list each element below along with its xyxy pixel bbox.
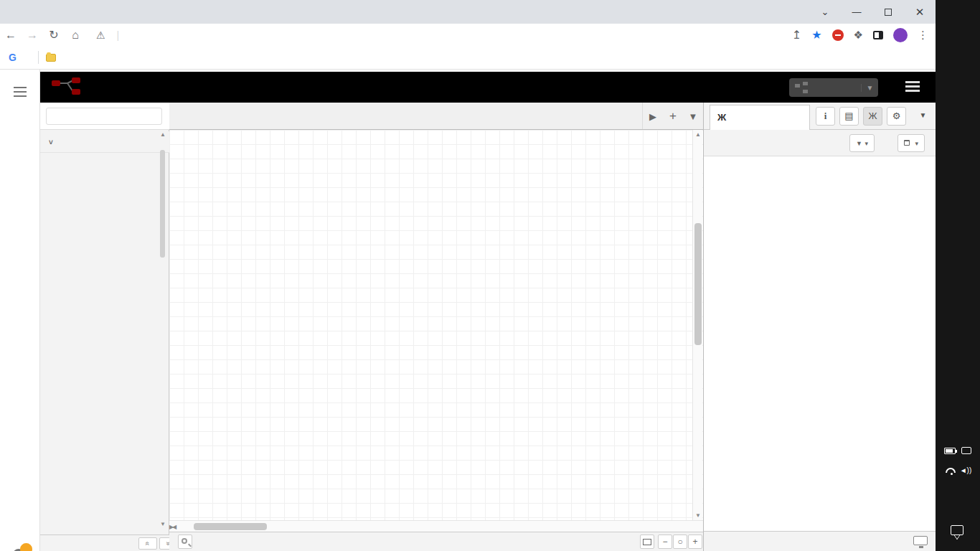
collapse-all-button[interactable]: « — [138, 537, 157, 550]
funnel-icon: ▼ — [856, 140, 862, 147]
scroll-up-icon[interactable]: ▲ — [160, 131, 166, 138]
browser-menu-icon[interactable]: ⋮ — [918, 29, 928, 42]
home-icon[interactable]: ⌂ — [65, 29, 86, 42]
windows-taskbar: ◄)) — [936, 0, 980, 551]
palette-list: ˅ ▲ ▼ — [40, 130, 169, 534]
back-icon[interactable]: ← — [0, 29, 22, 42]
nodered-app: ▼ ˅ ▲ ▼ « » — [40, 70, 936, 551]
palette-scrollbar[interactable]: ▲ ▼ — [160, 133, 165, 526]
scroll-right-icon[interactable]: ▶ — [169, 524, 680, 530]
flow-tab-bar: ▶ + ▼ — [169, 103, 703, 130]
restore-icon — [885, 9, 892, 16]
other-bookmarks-folder[interactable] — [46, 54, 60, 62]
browser-toolbar: ← → ↻ ⌂ ⚠ | ↥ ★ ❖ ⋮ — [0, 24, 936, 46]
bookmark-star-icon[interactable]: ★ — [811, 28, 821, 42]
restore-button[interactable] — [872, 0, 904, 24]
reload-icon[interactable]: ↻ — [43, 28, 65, 42]
deploy-button[interactable]: ▼ — [789, 78, 878, 97]
canvas-horizontal-scrollbar[interactable]: ◀ ▶ — [169, 520, 703, 532]
minimize-button[interactable]: — — [841, 0, 872, 24]
onetab-extension-icon[interactable] — [832, 29, 844, 41]
scroll-down-icon[interactable]: ▼ — [695, 512, 701, 519]
sidebar-menu-icon[interactable] — [14, 87, 27, 88]
scroll-down-icon[interactable]: ▼ — [160, 521, 166, 527]
scroll-tabs-right-icon[interactable]: ▶ — [643, 111, 663, 122]
debug-clear-button[interactable]: ▾ — [897, 134, 925, 152]
close-button[interactable]: ✕ — [904, 0, 936, 24]
nodered-logo — [50, 77, 83, 98]
toolbar-right: ↥ ★ ❖ ⋮ — [792, 28, 928, 42]
forward-icon[interactable]: → — [22, 29, 43, 42]
workspace: ▶ + ▼ ▲ ▼ ◀ ▶ − — [169, 103, 703, 551]
flow-canvas[interactable] — [169, 130, 703, 520]
trash-icon — [904, 140, 910, 146]
bookmarks-bar: G — [0, 46, 936, 70]
nodered-header: ▼ — [40, 72, 936, 103]
navigator-button[interactable] — [640, 534, 654, 549]
deploy-icon — [795, 83, 809, 93]
scrollbar-thumb[interactable] — [160, 150, 165, 258]
canvas-footer: − ○ + — [169, 532, 703, 551]
scroll-up-icon[interactable]: ▲ — [695, 131, 701, 138]
address-bar[interactable]: ⚠ | — [96, 29, 792, 41]
sidebar-toggle-icon[interactable] — [873, 31, 883, 39]
google-bookmark-icon[interactable]: G — [9, 52, 17, 63]
flow-tab-controls: ▶ + ▼ — [642, 103, 703, 130]
profile-avatar[interactable] — [893, 28, 908, 42]
help-tab-button[interactable]: ▤ — [839, 107, 859, 126]
new-tab-button[interactable] — [0, 4, 19, 22]
filter-nodes-input[interactable] — [46, 108, 162, 125]
deploy-options-caret[interactable]: ▼ — [861, 84, 878, 92]
palette: ˅ ▲ ▼ « » — [40, 103, 169, 551]
debug-tab[interactable]: Ж — [710, 105, 810, 131]
search-flows-button[interactable] — [178, 534, 192, 549]
debug-tab-button[interactable]: Ж — [863, 107, 882, 126]
scrollbar-thumb[interactable] — [694, 223, 702, 345]
config-nodes-button[interactable]: ⚙ — [887, 107, 906, 126]
debug-footer — [704, 531, 936, 551]
add-flow-button[interactable]: + — [663, 109, 683, 123]
chevron-down-icon: ˅ — [49, 138, 53, 146]
tab-search-chevron[interactable]: ⌄ — [809, 0, 841, 24]
debug-filter-button[interactable]: ▼ ▾ — [849, 134, 875, 152]
extensions-puzzle-icon[interactable]: ❖ — [854, 29, 863, 42]
zoom-reset-button[interactable]: ○ — [673, 534, 687, 549]
canvas-vertical-scrollbar[interactable]: ▲ ▼ — [692, 130, 702, 520]
volume-icon[interactable]: ◄)) — [960, 466, 972, 474]
notification-badge — [20, 543, 32, 551]
nodered-menu-icon[interactable] — [905, 81, 920, 83]
sidebar-header: Ж i ▤ Ж ⚙ ▼ — [704, 103, 936, 130]
home-assistant-sidebar — [0, 70, 40, 551]
open-debug-window-icon[interactable] — [913, 536, 928, 545]
display-icon[interactable] — [961, 447, 971, 454]
bug-icon: Ж — [717, 112, 726, 123]
info-tab-button[interactable]: i — [816, 107, 835, 126]
flow-list-caret[interactable]: ▼ — [683, 111, 703, 122]
palette-filter — [40, 103, 169, 130]
sidebar-options-caret[interactable]: ▼ — [913, 107, 933, 126]
window-controls: ⌄ — ✕ — [809, 0, 936, 24]
battery-icon[interactable] — [944, 448, 956, 454]
zoom-in-button[interactable]: + — [688, 534, 702, 549]
wires — [169, 130, 703, 520]
palette-category-home-assistant[interactable]: ˅ — [40, 131, 169, 153]
zoom-out-button[interactable]: − — [658, 534, 672, 549]
debug-sidebar: Ж i ▤ Ж ⚙ ▼ ▼ ▾ ▾ — [703, 103, 936, 551]
browser-tab-strip: ⌄ — ✕ — [0, 0, 936, 24]
wifi-icon[interactable] — [946, 468, 956, 473]
palette-footer: « » — [40, 534, 169, 551]
security-warning-icon: ⚠ — [96, 29, 105, 41]
screen: ⌄ — ✕ ← → ↻ ⌂ ⚠ | ↥ ★ ❖ ⋮ G — [0, 0, 980, 551]
action-center-icon[interactable] — [951, 525, 963, 535]
debug-toolbar: ▼ ▾ ▾ — [704, 130, 936, 156]
folder-icon — [46, 54, 56, 62]
debug-messages-area — [704, 156, 936, 531]
share-icon[interactable]: ↥ — [792, 28, 801, 42]
